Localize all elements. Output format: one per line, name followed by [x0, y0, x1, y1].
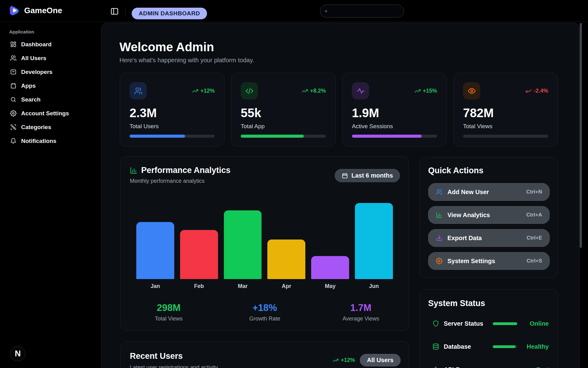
bar-feb: [180, 230, 218, 279]
bar-chart: Jan Feb Mar Apr May Jun: [136, 200, 393, 291]
sidebar-item-label: All Users: [21, 55, 46, 62]
sidebar-item-developers[interactable]: Developers: [0, 65, 101, 79]
trend-up-icon: [302, 88, 308, 94]
stat-progress: [463, 135, 548, 138]
chart-bar-column: Jan: [136, 200, 174, 291]
developer-box-icon: [10, 69, 17, 75]
sidebar-item-search[interactable]: Search: [0, 93, 101, 106]
summary-total-views: 298M Total Views: [121, 303, 217, 322]
panel-title: System Status: [428, 299, 485, 308]
panel-title: Recent Users: [130, 351, 183, 361]
panel-subtitle: Monthly performance analytics: [130, 178, 205, 184]
users-icon: [130, 82, 147, 99]
download-icon: [436, 235, 443, 241]
status-bar: [493, 345, 517, 348]
global-search[interactable]: [320, 5, 404, 17]
chart-summary-row: 298M Total Views +18% Growth Rate 1.7M A…: [121, 303, 409, 322]
stat-label: Total App: [241, 123, 326, 130]
x-tick-label: May: [311, 283, 349, 289]
stat-cards-row: +12% 2.3M Total Users +8.2% 55k T: [120, 73, 558, 147]
shortcut-hint: Ctrl+A: [526, 212, 542, 218]
sidebar-item-all-users[interactable]: All Users: [0, 51, 101, 65]
date-range-button[interactable]: Last 6 months: [335, 169, 400, 182]
brand-name: GameOne: [24, 6, 62, 15]
panel-title: Quick Actions: [428, 166, 484, 175]
panel-title: Performance Analytics: [141, 166, 231, 175]
stat-label: Total Views: [463, 123, 548, 130]
bar-may: [311, 256, 349, 279]
apps-icon: [10, 82, 17, 89]
export-data-button[interactable]: Export Data Ctrl+E: [428, 229, 550, 247]
status-bar: [493, 322, 517, 325]
bar-mar: [224, 210, 262, 279]
stat-progress: [130, 135, 215, 138]
search-icon: [10, 96, 17, 103]
sidebar-item-dashboard[interactable]: Dashboard: [0, 37, 101, 51]
sidebar-item-categories[interactable]: Categories: [0, 120, 101, 134]
summary-average-views: 1.7M Average Views: [313, 303, 409, 322]
panel-subtitle: Latest user registrations and activity: [130, 364, 218, 368]
stat-card-total-users: +12% 2.3M Total Users: [120, 73, 224, 147]
x-tick-label: Jun: [355, 283, 393, 289]
shield-icon: [432, 320, 439, 327]
x-tick-label: Apr: [267, 283, 305, 289]
bell-icon: [10, 138, 17, 144]
x-tick-label: Mar: [224, 283, 262, 289]
stat-value: 1.9M: [352, 107, 437, 119]
eye-icon: [463, 82, 480, 99]
chart-bar-column: Feb: [180, 200, 218, 291]
sidebar-item-label: Search: [21, 96, 40, 103]
sidebar-item-label: Categories: [21, 124, 51, 131]
x-tick-label: Feb: [180, 283, 218, 289]
shortcut-hint: Ctrl+N: [526, 189, 542, 195]
change-badge: +8.2%: [302, 88, 326, 94]
dashboard-icon: [10, 41, 17, 48]
sidebar-section-label: Application: [9, 29, 34, 34]
main-content: Welcome Admin Here's what's happening wi…: [101, 23, 579, 368]
calendar-icon: [342, 173, 348, 179]
view-analytics-button[interactable]: View Analytics Ctrl+A: [428, 206, 550, 224]
top-bar: GameOne ADMIN DASHBOARD: [0, 0, 588, 22]
system-settings-button[interactable]: System Settings Ctrl+S: [428, 252, 550, 270]
sidebar-item-account-settings[interactable]: Account Settings: [0, 106, 101, 120]
stat-label: Active Sessions: [352, 123, 437, 130]
change-badge: +12%: [192, 88, 215, 94]
sidebar-item-label: Account Settings: [21, 110, 69, 117]
activity-icon: [352, 82, 369, 99]
add-new-user-button[interactable]: Add New User Ctrl+N: [428, 183, 550, 201]
performance-analytics-panel: Performance Analytics Monthly performanc…: [120, 156, 409, 331]
trend-up-icon: [192, 88, 198, 94]
trend-down-icon: [526, 88, 532, 94]
categories-icon: [10, 124, 17, 130]
all-users-button[interactable]: All Users: [360, 354, 401, 366]
sidebar-item-label: Notifications: [21, 138, 56, 144]
scrollbar-thumb[interactable]: [580, 23, 582, 248]
chart-bar-column: Apr: [267, 200, 305, 291]
stat-value: 55k: [241, 107, 326, 119]
gear-icon: [10, 110, 17, 117]
sidebar-item-apps[interactable]: Apps: [0, 79, 101, 93]
status-value: Fast: [536, 366, 549, 368]
panel-left-icon: [110, 7, 119, 16]
system-status-panel: System Status Server Status Online Datab…: [419, 289, 558, 368]
trend-up-icon: [333, 357, 339, 363]
shortcut-hint: Ctrl+E: [526, 235, 542, 241]
dev-tools-badge[interactable]: N: [10, 346, 25, 361]
gear-icon: [436, 258, 443, 264]
brand-logo: GameOne: [8, 4, 62, 17]
sidebar-item-label: Developers: [21, 69, 52, 75]
status-row-database: Database Healthy: [420, 340, 558, 353]
stat-label: Total Users: [130, 123, 215, 130]
sidebar-toggle-button[interactable]: [110, 7, 119, 16]
change-badge: -2.4%: [526, 88, 548, 94]
recent-users-panel: Recent Users Latest user registrations a…: [120, 341, 409, 368]
search-input[interactable]: [330, 8, 399, 14]
quick-actions-panel: Quick Actions Add New User Ctrl+N View A…: [419, 157, 558, 278]
status-value: Healthy: [527, 343, 549, 350]
sidebar-item-notifications[interactable]: Notifications: [0, 134, 101, 148]
users-icon: [10, 55, 17, 61]
dev-badge-letter: N: [15, 349, 21, 358]
page-title: Welcome Admin: [119, 40, 214, 54]
database-icon: [432, 343, 439, 350]
search-icon: [325, 8, 327, 14]
